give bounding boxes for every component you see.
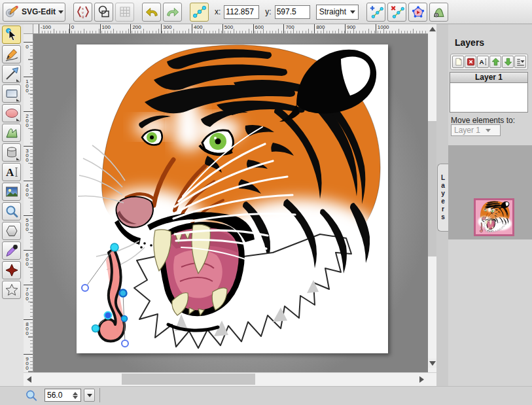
pencil-tool-icon <box>4 46 20 62</box>
node-edit-tool-button[interactable] <box>190 3 209 22</box>
ruler-tick-label: 300 <box>161 24 192 33</box>
layer-row-selected[interactable]: Layer 1 <box>450 73 527 83</box>
ruler-tick-label: 100 <box>100 24 131 33</box>
delete-node-button[interactable] <box>387 3 406 22</box>
ruler-tick-label: 700 <box>24 285 33 319</box>
path-node[interactable] <box>92 325 99 332</box>
layer-thumbnail-image <box>476 200 512 234</box>
segment-type-select[interactable]: Straight <box>316 5 359 20</box>
tool-rectangle[interactable] <box>2 84 21 103</box>
ruler-tick-label: 600 <box>253 24 284 33</box>
tool-path[interactable] <box>2 124 21 142</box>
rename-layer-button[interactable]: A <box>477 56 489 68</box>
source-code-button[interactable]: s v g <box>73 3 92 22</box>
control-point[interactable] <box>82 285 88 291</box>
vertical-ruler: 0100200300400500600700800900 <box>24 34 33 372</box>
svg-text:g: g <box>82 14 84 18</box>
tool-shape-library[interactable] <box>2 143 21 162</box>
tools-sidebar: A <box>0 24 24 405</box>
tool-ellipse[interactable] <box>2 104 21 122</box>
ruler-tick-label: 500 <box>222 24 253 33</box>
ruler-tick-label: 500 <box>24 215 33 250</box>
open-path-button[interactable] <box>429 3 448 22</box>
y-coordinate-label: y: <box>265 7 271 16</box>
svg-edit-app: SVG-Edit s v g <box>0 0 532 405</box>
vertical-scrollbar-thumb[interactable] <box>428 121 436 256</box>
move-elements-label: Move elements to: <box>451 116 515 125</box>
text-tool-icon: A <box>4 164 20 180</box>
tool-eyedropper[interactable] <box>2 241 21 260</box>
redo-icon <box>166 5 180 19</box>
chevron-down-icon <box>350 10 355 14</box>
svg-text:A: A <box>479 58 484 65</box>
add-node-button[interactable] <box>366 3 385 22</box>
close-path-button[interactable] <box>408 3 427 22</box>
rename-layer-icon: A <box>478 57 488 67</box>
grid-button[interactable] <box>115 3 134 22</box>
layer-menu-button[interactable] <box>514 56 526 68</box>
select-tool-icon <box>4 27 20 43</box>
ruler-tick-label: 900 <box>24 354 33 372</box>
scroll-up-arrow[interactable] <box>428 24 436 33</box>
layer-buttons-bar: A <box>450 54 528 70</box>
x-coordinate-input[interactable] <box>224 5 259 19</box>
layers-tab-label: Layers <box>440 174 447 221</box>
svg-edit-logo-icon <box>5 5 19 19</box>
move-elements-select[interactable]: Layer 1 <box>451 124 501 136</box>
tool-select[interactable] <box>2 26 21 44</box>
new-layer-button[interactable] <box>452 56 464 68</box>
tool-star[interactable] <box>2 281 21 299</box>
ruler-tick-label: 1000 <box>376 24 406 33</box>
tool-polygon[interactable] <box>2 222 21 240</box>
layer-list: Layer 1 <box>450 72 528 113</box>
move-elements-value: Layer 1 <box>454 126 480 135</box>
status-bar <box>0 386 532 405</box>
segment-type-value: Straight <box>319 7 346 16</box>
spinner-up-icon <box>73 392 78 395</box>
eyedropper-tool-icon <box>4 243 20 258</box>
spinner-down-icon <box>73 396 78 399</box>
scroll-right-arrow[interactable] <box>416 372 427 386</box>
zoom-spinner[interactable] <box>73 392 78 399</box>
ruler-tick-label: 800 <box>314 24 345 33</box>
delete-layer-button[interactable] <box>465 56 476 68</box>
layers-panel: Layers A <box>448 24 532 405</box>
move-layer-up-button[interactable] <box>489 56 501 68</box>
scroll-left-arrow[interactable] <box>24 372 34 386</box>
main-menu-button[interactable]: SVG-Edit <box>3 3 65 22</box>
path-node-selected[interactable] <box>105 312 112 319</box>
ruler-tick-label: 400 <box>192 24 222 33</box>
redo-button[interactable] <box>163 3 182 22</box>
move-layer-down-button[interactable] <box>502 56 514 68</box>
path-node[interactable] <box>120 290 127 297</box>
path-node[interactable] <box>122 316 128 322</box>
delete-layer-icon <box>466 57 476 67</box>
flyout-arrow-icon <box>16 79 20 82</box>
y-coordinate-input[interactable] <box>275 5 310 19</box>
tiger-artwork <box>77 44 388 353</box>
tool-pencil[interactable] <box>2 45 21 63</box>
zoom-level-input[interactable] <box>45 391 71 400</box>
scroll-down-arrow[interactable] <box>428 359 436 368</box>
ruler-tick-label: 800 <box>24 319 33 354</box>
path-node[interactable] <box>111 243 118 251</box>
horizontal-scrollbar-thumb[interactable] <box>122 374 255 385</box>
flyout-arrow-icon <box>16 118 20 121</box>
ruler-tick-label: -100 <box>39 24 69 33</box>
tool-image[interactable] <box>2 183 21 201</box>
canvas-workspace[interactable] <box>33 34 428 372</box>
star-tool-icon <box>4 282 20 298</box>
zoom-preset-dropdown[interactable] <box>84 389 95 402</box>
tool-shape-star-red[interactable] <box>2 261 21 279</box>
zoom-level-field <box>44 389 81 402</box>
arrow-down-icon <box>503 57 513 67</box>
tool-text[interactable]: A <box>2 163 21 181</box>
wireframe-shapes-button[interactable] <box>94 3 113 22</box>
control-point[interactable] <box>122 340 128 347</box>
svg-canvas[interactable] <box>77 44 388 353</box>
tool-line[interactable] <box>2 65 21 83</box>
tool-zoom[interactable] <box>2 202 21 220</box>
horizontal-ruler: -10001002003004005006007008009001000 <box>33 24 436 34</box>
undo-button[interactable] <box>142 3 161 22</box>
layers-panel-tab[interactable]: Layers <box>437 164 448 232</box>
